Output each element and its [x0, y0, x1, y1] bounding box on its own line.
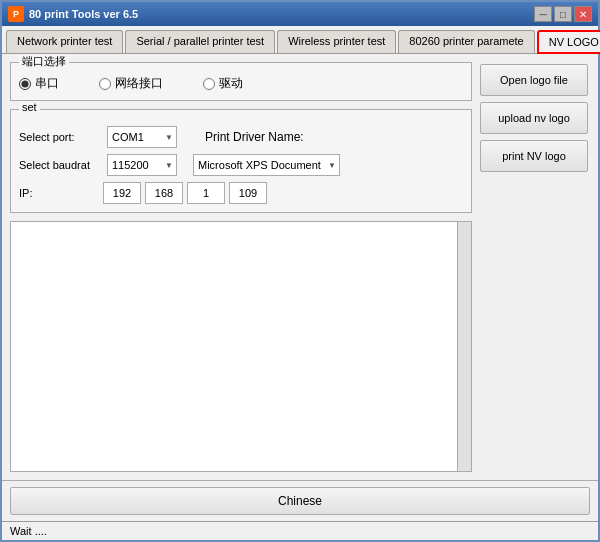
close-button[interactable]: ✕ — [574, 6, 592, 22]
ip-field-3[interactable] — [187, 182, 225, 204]
select-baud-dropdown[interactable]: 9600 19200 38400 57600 115200 — [107, 154, 177, 176]
main-content: 端口选择 串口 网络接口 驱动 — [2, 54, 598, 480]
tab-bar: Network printer test Serial / parallel p… — [2, 26, 598, 54]
chinese-button[interactable]: Chinese — [10, 487, 590, 515]
driver-select-wrapper: Microsoft XPS Document — [193, 154, 340, 176]
status-bar: Wait .... — [2, 521, 598, 540]
select-baud-label: Select baudrat — [19, 159, 99, 171]
tab-serial[interactable]: Serial / parallel printer test — [125, 30, 275, 53]
tab-network[interactable]: Network printer test — [6, 30, 123, 53]
driver-dropdown[interactable]: Microsoft XPS Document — [193, 154, 340, 176]
port-group-label: 端口选择 — [19, 54, 69, 69]
set-group-label: set — [19, 101, 40, 113]
port-group: 端口选择 串口 网络接口 驱动 — [10, 62, 472, 101]
upload-nv-button[interactable]: upload nv logo — [480, 102, 588, 134]
status-text: Wait .... — [10, 525, 47, 537]
print-nv-button[interactable]: print NV logo — [480, 140, 588, 172]
maximize-button[interactable]: □ — [554, 6, 572, 22]
ip-row: IP: — [19, 182, 463, 204]
tab-nvlogo[interactable]: NV LOGO — [537, 30, 600, 54]
radio-driver[interactable]: 驱动 — [203, 75, 243, 92]
app-icon: P — [8, 6, 24, 22]
ip-field-1[interactable] — [103, 182, 141, 204]
title-buttons: ─ □ ✕ — [534, 6, 592, 22]
radio-serial[interactable]: 串口 — [19, 75, 59, 92]
open-logo-button[interactable]: Open logo file — [480, 64, 588, 96]
right-panel: Open logo file upload nv logo print NV l… — [480, 62, 590, 472]
radio-serial-input[interactable] — [19, 78, 31, 90]
radio-serial-label: 串口 — [35, 75, 59, 92]
radio-driver-label: 驱动 — [219, 75, 243, 92]
select-baud-row: Select baudrat 9600 19200 38400 57600 11… — [19, 154, 463, 176]
radio-network-label: 网络接口 — [115, 75, 163, 92]
bottom-bar: Chinese — [2, 480, 598, 521]
set-group: set Select port: COM1 COM2 COM3 Print Dr… — [10, 109, 472, 213]
select-port-row: Select port: COM1 COM2 COM3 Print Driver… — [19, 126, 463, 148]
set-group-content: Select port: COM1 COM2 COM3 Print Driver… — [19, 118, 463, 204]
left-panel: 端口选择 串口 网络接口 驱动 — [10, 62, 472, 472]
title-bar-left: P 80 print Tools ver 6.5 — [8, 6, 138, 22]
select-port-dropdown[interactable]: COM1 COM2 COM3 — [107, 126, 177, 148]
select-baud-wrapper: 9600 19200 38400 57600 115200 — [107, 154, 177, 176]
radio-driver-input[interactable] — [203, 78, 215, 90]
tab-params[interactable]: 80260 printer paramete — [398, 30, 534, 53]
window-title: 80 print Tools ver 6.5 — [29, 8, 138, 20]
ip-label: IP: — [19, 187, 99, 199]
vertical-scrollbar[interactable] — [457, 222, 471, 471]
ip-field-2[interactable] — [145, 182, 183, 204]
minimize-button[interactable]: ─ — [534, 6, 552, 22]
title-bar: P 80 print Tools ver 6.5 ─ □ ✕ — [2, 2, 598, 26]
tab-wireless[interactable]: Wireless printer test — [277, 30, 396, 53]
main-window: P 80 print Tools ver 6.5 ─ □ ✕ Network p… — [0, 0, 600, 542]
ip-field-4[interactable] — [229, 182, 267, 204]
select-port-label: Select port: — [19, 131, 99, 143]
preview-area — [10, 221, 472, 472]
radio-network-input[interactable] — [99, 78, 111, 90]
driver-label: Print Driver Name: — [205, 130, 304, 144]
radio-network[interactable]: 网络接口 — [99, 75, 163, 92]
radio-group: 串口 网络接口 驱动 — [19, 71, 463, 92]
select-port-wrapper: COM1 COM2 COM3 — [107, 126, 177, 148]
